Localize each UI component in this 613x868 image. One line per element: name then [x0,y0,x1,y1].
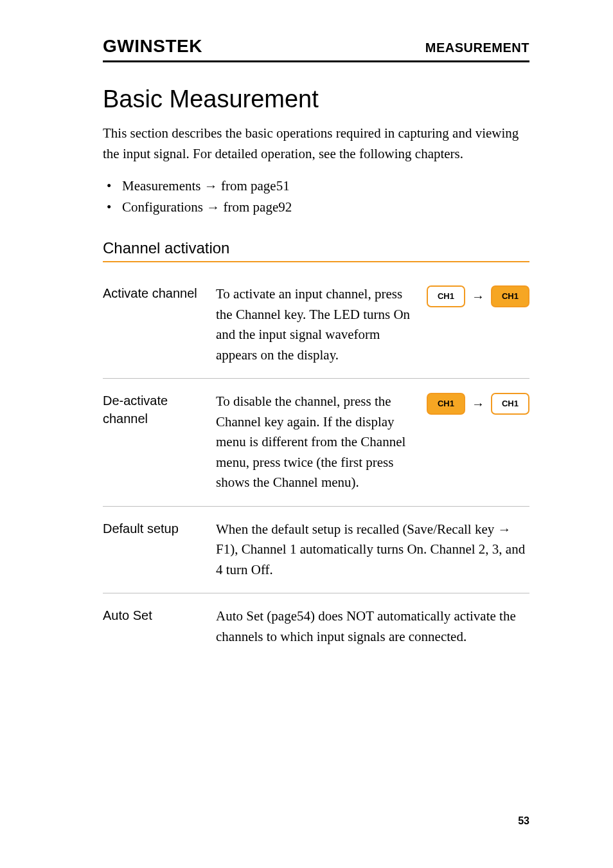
row-text: To activate an input channel, press the … [216,284,418,365]
list-item: Configurations → from page92 [105,197,529,218]
keycap-graphic: CH1 → CH1 [427,392,529,415]
row-label: Auto Set [103,606,206,624]
ch1-key-on: CH1 [427,393,465,415]
row-default-setup: Default setup When the default setup is … [103,507,529,594]
section-divider [103,261,529,262]
keycap-graphic: CH1 → CH1 [427,284,529,307]
row-label: Activate channel [103,284,206,302]
row-auto-set: Auto Set Auto Set (page54) does NOT auto… [103,593,529,660]
arrow-icon: → [472,397,484,410]
ch1-key-off: CH1 [491,393,529,415]
ch1-key-on: CH1 [491,285,529,307]
row-label: De-activate channel [103,392,206,428]
row-label: Default setup [103,520,206,538]
row-text: When the default setup is recalled (Save… [216,520,529,581]
row-deactivate-channel: De-activate channel To disable the chann… [103,379,529,507]
ch1-key-off: CH1 [427,285,465,307]
row-text: Auto Set (page54) does NOT automatically… [216,606,529,647]
page-header: GWINSTEK MEASUREMENT [103,36,529,62]
xref-list: Measurements → from page51 Configuration… [103,176,529,217]
row-text: To disable the channel, press the Channe… [216,392,418,493]
subsection-title: Channel activation [103,239,529,257]
brand-logo: GWINSTEK [103,36,202,57]
list-item: Measurements → from page51 [105,176,529,197]
intro-paragraph: This section describes the basic operati… [103,123,529,164]
row-activate-channel: Activate channel To activate an input ch… [103,279,529,379]
section-label: MEASUREMENT [425,41,529,55]
page-number: 53 [518,815,529,827]
arrow-icon: → [472,290,484,303]
page-title: Basic Measurement [103,86,529,113]
